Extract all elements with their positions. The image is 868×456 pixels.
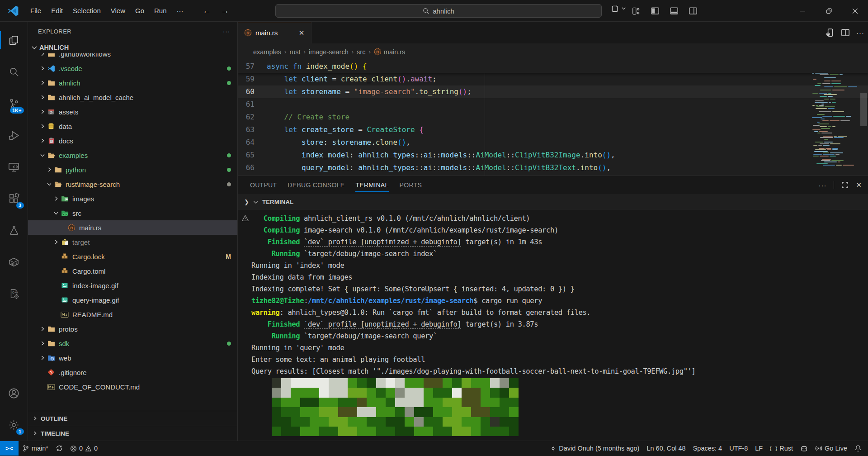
activity-item-containers[interactable] <box>0 246 28 278</box>
panel-tab-terminal[interactable]: TERMINAL <box>351 176 393 194</box>
panel-collapse-icon[interactable]: ❯ <box>244 199 249 205</box>
search-input[interactable]: ahnlich <box>275 4 602 18</box>
code-line-64[interactable]: 64 store: storename.clone(), <box>238 136 868 149</box>
breadcrumb-item-main-rs[interactable]: Rmain.rs <box>374 48 406 56</box>
terminal-section-header[interactable]: ❯ TERMINAL <box>238 194 868 210</box>
breadcrumb-item-src[interactable]: src <box>357 48 365 56</box>
status-notifications[interactable] <box>851 441 865 456</box>
minimap[interactable] <box>812 62 859 173</box>
run-settings-icon[interactable] <box>826 28 835 37</box>
tree-item-readme-md[interactable]: README.md <box>28 307 237 322</box>
tree-item-code-of-conduct-md[interactable]: CODE_OF_CONDUCT.md <box>28 380 237 394</box>
activity-item-source-control[interactable]: 1K+ <box>0 88 28 119</box>
section-timeline[interactable]: TIMELINE <box>28 426 237 441</box>
tree-item--gitignore[interactable]: .gitignore <box>28 365 237 380</box>
terminal-output[interactable]: Compiling ahnlich_client_rs v0.1.0 (/mnt… <box>238 210 868 441</box>
close-panel-icon[interactable]: ✕ <box>856 181 862 189</box>
scrollbar-thumb[interactable] <box>860 93 867 126</box>
activity-item-accounts[interactable] <box>0 377 28 409</box>
panel-tab-output[interactable]: OUTPUT <box>245 176 281 194</box>
tree-item-web[interactable]: web <box>28 351 237 365</box>
code-line-63[interactable]: 63 let create_store = CreateStore { <box>238 124 868 136</box>
activity-item-cpp-tools[interactable]: C++ <box>0 278 28 309</box>
status-sync[interactable] <box>52 441 66 456</box>
tree-item-index-image-gif[interactable]: index-image.gif <box>28 278 237 293</box>
tree-item-images[interactable]: images <box>28 191 237 206</box>
status-language[interactable]: { }Rust <box>766 441 797 456</box>
status-encoding[interactable]: UTF-8 <box>726 441 751 456</box>
tree-item-src[interactable]: src <box>28 206 237 220</box>
code-line-61[interactable]: 61 <box>238 98 868 111</box>
breadcrumb-item-image-search[interactable]: image-search <box>309 48 349 56</box>
status-indent[interactable]: Spaces: 4 <box>689 441 726 456</box>
status-golive[interactable]: Go Live <box>811 441 851 456</box>
code-line-59[interactable]: 59 let client = create_client().await; <box>238 73 868 86</box>
minimize-button[interactable] <box>789 0 816 22</box>
tree-item-rust-image-search[interactable]: rust\image-search <box>28 177 237 191</box>
close-tab-icon[interactable]: ✕ <box>297 28 307 38</box>
menu-item-view[interactable]: View <box>106 5 130 17</box>
code-editor[interactable]: 57async fn index_mode() {59 let client =… <box>238 60 868 176</box>
status-problems[interactable]: 00 <box>66 441 101 456</box>
menu-item-edit[interactable]: Edit <box>46 5 68 17</box>
menu-item-run[interactable]: Run <box>149 5 172 17</box>
panel-tab-ports[interactable]: PORTS <box>395 176 426 194</box>
tree-item--vscode[interactable]: .vscode <box>28 61 237 76</box>
toggle-panel-icon[interactable] <box>666 4 682 18</box>
explorer-more-actions-icon[interactable]: ··· <box>223 28 230 35</box>
tree-item-ahnlich-ai-model-cache[interactable]: ahnlich_ai_model_cache <box>28 90 237 104</box>
status-cursor[interactable]: Ln 60, Col 48 <box>643 441 689 456</box>
activity-item-explorer[interactable] <box>0 24 28 56</box>
forward-arrow-icon[interactable]: → <box>218 4 232 18</box>
tree-item-main-rs[interactable]: Rmain.rs <box>28 220 237 235</box>
code-line-60[interactable]: 60 let storename = "image-search".to_str… <box>238 86 868 98</box>
activity-item-extensions[interactable]: 3 <box>0 183 28 214</box>
tab-main-rs[interactable]: R main.rs ✕ <box>238 22 311 43</box>
tree-item-python[interactable]: python <box>28 162 237 177</box>
tree-item-cargo-lock[interactable]: Cargo.lockM <box>28 249 237 264</box>
menu-item-go[interactable]: Go <box>130 5 149 17</box>
close-window-button[interactable] <box>842 0 868 22</box>
tree-item-examples[interactable]: examples <box>28 148 237 162</box>
project-root-row[interactable]: AHNLICH <box>28 41 237 53</box>
menu-item-file[interactable]: File <box>25 5 46 17</box>
activity-item-run-debug[interactable] <box>0 119 28 151</box>
status-eol[interactable]: LF <box>751 441 766 456</box>
menu-item-selection[interactable]: Selection <box>68 5 106 17</box>
code-line-66[interactable]: 66 query_model: ahnlich_types::ai::model… <box>238 162 868 174</box>
activity-item-search[interactable] <box>0 56 28 88</box>
code-line-62[interactable]: 62 // Create store <box>238 111 868 124</box>
tree-item-query-image-gif[interactable]: query-image.gif <box>28 293 237 307</box>
section-outline[interactable]: OUTLINE <box>28 411 237 426</box>
copilot-button[interactable] <box>611 4 626 13</box>
customize-layout-icon[interactable] <box>628 4 644 18</box>
code-line-65[interactable]: 65 index_model: ahnlich_types::ai::model… <box>238 149 868 162</box>
tree-item-assets[interactable]: assets <box>28 104 237 119</box>
split-editor-icon[interactable] <box>841 28 850 37</box>
tree-item--github-workflows[interactable]: .github\workflows <box>28 53 237 61</box>
activity-item-testing[interactable] <box>0 214 28 246</box>
remote-indicator[interactable]: >< <box>0 441 19 456</box>
tree-item-docs[interactable]: docs <box>28 133 237 148</box>
activity-item-remote-explorer[interactable] <box>0 151 28 183</box>
tree-item-sdk[interactable]: sdk <box>28 336 237 351</box>
editor-scrollbar[interactable] <box>859 60 868 176</box>
panel-more-actions-icon[interactable]: ··· <box>818 181 826 189</box>
tree-item-target[interactable]: target <box>28 235 237 249</box>
breadcrumb-item-rust[interactable]: rust <box>289 48 300 56</box>
tree-item-data[interactable]: data <box>28 119 237 133</box>
activity-item-settings[interactable]: 1 <box>0 409 28 441</box>
status-github[interactable] <box>797 441 811 456</box>
restore-button[interactable] <box>816 0 842 22</box>
editor-more-actions-icon[interactable]: ··· <box>856 29 864 37</box>
toggle-secondary-sidebar-icon[interactable] <box>685 4 701 18</box>
panel-tab-debug-console[interactable]: DEBUG CONSOLE <box>283 176 349 194</box>
back-arrow-icon[interactable]: ← <box>200 4 214 18</box>
status-blame[interactable]: David Onuh (5 months ago) <box>546 441 643 456</box>
tree-item-cargo-toml[interactable]: Cargo.toml <box>28 264 237 278</box>
tree-item-protos[interactable]: protos <box>28 322 237 336</box>
code-line-57[interactable]: 57async fn index_mode() { <box>238 60 868 73</box>
breadcrumb-item-examples[interactable]: examples <box>253 48 281 56</box>
maximize-panel-icon[interactable] <box>841 181 849 189</box>
status-branch[interactable]: main* <box>19 441 52 456</box>
